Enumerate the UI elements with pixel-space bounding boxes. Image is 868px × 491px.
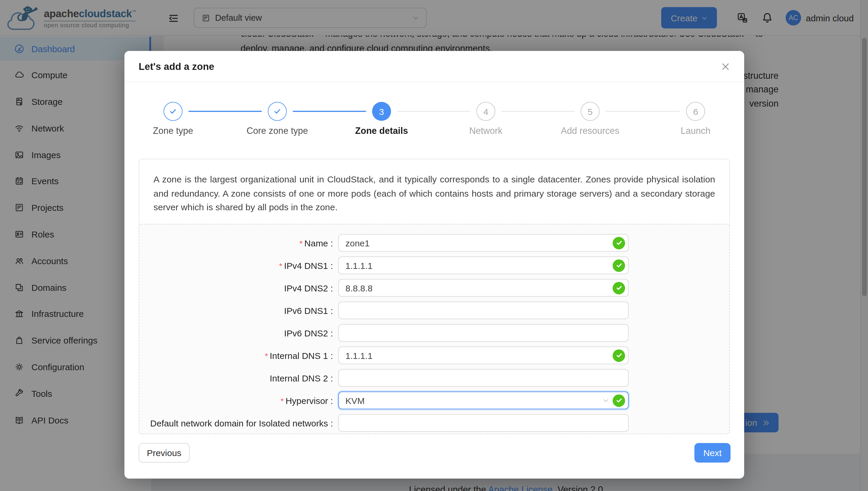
field-label: *Internal DNS 1 [139,350,333,360]
field-label: IPv6 DNS2 [139,328,333,338]
add-zone-modal: Let's add a zone Zone typeCore zone type… [124,51,744,479]
ipv4-dns2-input[interactable] [338,279,628,297]
step-2-circle [268,102,287,121]
step-5-label: Add resources [541,125,639,136]
validation-success-icon [613,349,625,362]
validation-success-icon [613,282,625,294]
ipv6-dns1-input[interactable] [338,301,628,319]
next-button[interactable]: Next [694,443,731,463]
required-asterisk: * [279,261,282,270]
check-icon [273,107,281,115]
form-row: IPv6 DNS1 [139,299,729,322]
ipv4-dns1-input[interactable] [338,256,628,274]
zone-details-form: *Name*IPv4 DNS1IPv4 DNS2IPv6 DNS1IPv6 DN… [139,224,730,434]
form-row: Default network domain for Isolated netw… [139,412,729,434]
validation-success-icon [613,259,625,271]
step-connector [189,111,262,112]
step-6-circle: 6 [686,102,705,121]
select-value: KVM [345,395,365,405]
form-row: IPv4 DNS2 [139,277,729,299]
step-connector [397,111,471,112]
field-label: IPv4 DNS2 [139,283,333,293]
step-4-label: Network [437,125,535,136]
field-label: Default network domain for Isolated netw… [139,418,333,428]
step-connector [606,111,680,112]
step-4-circle: 4 [476,102,495,121]
field-label: *Hypervisor [139,395,333,405]
step-2-label: Core zone type [228,125,327,136]
step-3-label: Zone details [332,125,431,136]
step-connector [293,111,366,112]
form-row: *HypervisorKVM [139,389,729,412]
required-asterisk: * [265,351,268,360]
form-row: *IPv4 DNS1 [139,254,729,277]
previous-button[interactable]: Previous [139,443,190,463]
screen: apachecloudstack™ open source cloud comp… [0,0,868,491]
wizard-steps: Zone typeCore zone type3Zone details4Net… [139,102,730,147]
form-row: IPv6 DNS2 [139,322,729,344]
modal-header: Let's add a zone [124,51,744,82]
field-label: Internal DNS 2 [139,373,333,383]
required-asterisk: * [299,238,303,248]
default-network-domain-for-isolated-networks-input[interactable] [338,414,628,432]
validation-success-icon [613,394,625,407]
step-connector [501,111,575,112]
validation-success-icon [613,237,625,249]
close-icon[interactable] [721,62,730,71]
step-3-circle: 3 [372,102,391,121]
check-icon [169,107,177,115]
internal-dns-1-input[interactable] [338,346,628,364]
field-label: *IPv4 DNS1 [139,260,333,270]
chevron-down-icon [603,397,609,404]
zone-description: A zone is the largest organizational uni… [139,159,730,229]
hypervisor-select[interactable]: KVM [338,392,628,409]
ipv6-dns2-input[interactable] [338,324,628,342]
step-6-label: Launch [646,125,745,136]
form-row: *Internal DNS 1 [139,344,729,367]
step-5-circle: 5 [581,102,599,121]
step-1-label: Zone type [124,125,222,136]
form-row: Internal DNS 2 [139,367,729,389]
required-asterisk: * [281,396,284,405]
name-input[interactable] [338,234,628,252]
form-row: *Name [139,232,729,254]
internal-dns-2-input[interactable] [338,369,628,387]
field-label: *Name [139,238,333,248]
step-1-circle [164,102,183,121]
field-label: IPv6 DNS1 [139,305,333,315]
modal-title: Let's add a zone [139,61,214,72]
